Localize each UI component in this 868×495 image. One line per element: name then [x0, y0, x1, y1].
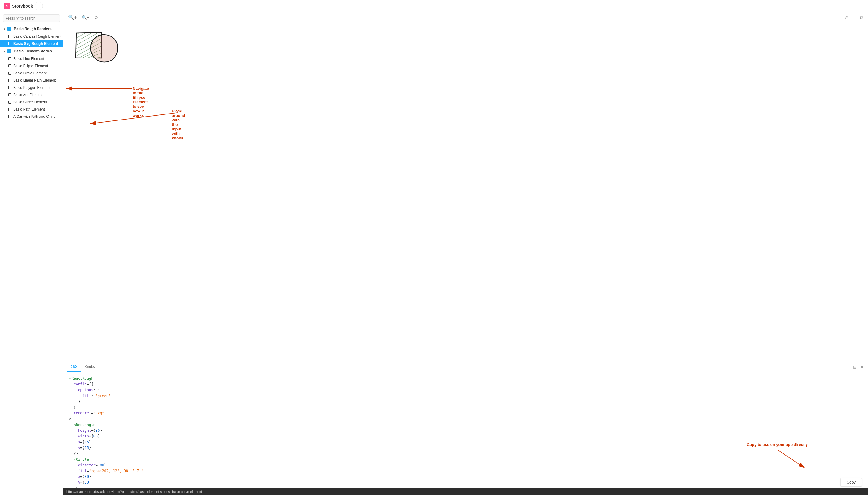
sidebar-item-basic-line-element[interactable]: Basic Line Element [0, 55, 63, 62]
story-icon [9, 93, 12, 96]
fullscreen-button[interactable]: ⤢ [843, 14, 849, 21]
storybook-logo-icon: S [4, 3, 10, 9]
tab-knobs[interactable]: Knobs [81, 362, 99, 372]
zoom-out-button[interactable]: 🔍− [80, 15, 91, 20]
sidebar-group-header-basic-element-stories[interactable]: ▼ Basic Element Stories [0, 47, 63, 55]
group-label: Basic Rough Renders [14, 27, 51, 31]
story-icon [9, 79, 12, 82]
new-window-button[interactable]: ⧉ [859, 14, 864, 21]
close-code-panel-button[interactable]: ✕ [859, 364, 864, 370]
zoom-in-button[interactable]: 🔍+ [67, 14, 78, 21]
group-label: Basic Element Stories [14, 49, 52, 53]
tab-jsx[interactable]: JSX [67, 362, 81, 372]
story-icon [9, 101, 12, 104]
preview-area: Navigate to the Ellipse Element to see h… [63, 23, 868, 362]
top-bar: S Storybook ··· [0, 0, 868, 12]
main-layout: ▼ Basic Rough Renders Basic Canvas Rough… [0, 12, 868, 495]
preview-toolbar: 🔍+ 🔍− ⊙ ⤢ ↑ ⧉ [63, 12, 868, 23]
search-bar [0, 12, 63, 25]
sidebar-item-basic-canvas-rough-element[interactable]: Basic Canvas Rough Element [0, 33, 63, 40]
share-button[interactable]: ↑ [852, 14, 856, 21]
sidebar-item-basic-linear-path-element[interactable]: Basic Linear Path Element [0, 77, 63, 84]
story-icon [9, 35, 12, 38]
copy-button[interactable]: Copy [840, 478, 862, 487]
sidebar-group-header-basic-rough-renders[interactable]: ▼ Basic Rough Renders [0, 25, 63, 33]
story-icon [9, 72, 12, 75]
group-icon [7, 49, 12, 53]
story-icon [9, 42, 12, 45]
search-input[interactable] [3, 15, 60, 22]
sidebar-item-basic-arc-element[interactable]: Basic Arc Element [0, 91, 63, 99]
content-area: 🔍+ 🔍− ⊙ ⤢ ↑ ⧉ [63, 12, 868, 495]
story-icon [9, 57, 12, 60]
code-panel: JSX Knobs ⊟ ✕ <ReactRough config={{ opti… [63, 362, 868, 489]
code-content: <ReactRough config={{ options: { fill: '… [63, 372, 868, 489]
chevron-icon: ▼ [3, 28, 6, 31]
story-icon [9, 65, 12, 67]
sidebar-item-basic-polygon-element[interactable]: Basic Polygon Element [0, 84, 63, 91]
chevron-icon: ▼ [3, 50, 6, 53]
zoom-reset-button[interactable]: ⊙ [93, 15, 99, 20]
story-icon [9, 115, 12, 118]
sidebar-item-basic-circle-element[interactable]: Basic Circle Element [0, 70, 63, 77]
app-name: Storybook [12, 4, 33, 8]
group-icon [7, 27, 12, 31]
story-icon [9, 86, 12, 89]
toolbar-right: ⤢ ↑ ⧉ [843, 14, 865, 21]
code-tabs: JSX Knobs ⊟ ✕ [63, 362, 868, 372]
status-bar-url: https://react-rough.dev.adegbuyi.me/?pat… [66, 490, 202, 494]
annotations-overlay [63, 23, 868, 362]
rough-drawing [72, 29, 120, 72]
sidebar: ▼ Basic Rough Renders Basic Canvas Rough… [0, 12, 63, 495]
sidebar-item-basic-ellipse-element[interactable]: Basic Ellipse Element [0, 62, 63, 70]
sidebar-group-basic-element-stories: ▼ Basic Element Stories Basic Line Eleme… [0, 47, 63, 120]
code-tab-actions: ⊟ ✕ [852, 364, 864, 370]
sidebar-item-basic-curve-element[interactable]: Basic Curve Element [0, 99, 63, 106]
sidebar-content: ▼ Basic Rough Renders Basic Canvas Rough… [0, 25, 63, 495]
story-icon [9, 108, 12, 111]
sidebar-item-basic-path-element[interactable]: Basic Path Element [0, 106, 63, 113]
sidebar-item-a-car-with-path-and-circle[interactable]: A Car with Path and Circle [0, 113, 63, 120]
side-by-side-button[interactable]: ⊟ [852, 364, 857, 370]
sidebar-item-basic-svg-rough-element[interactable]: Basic Svg Rough Element [0, 40, 63, 47]
menu-button[interactable]: ··· [35, 2, 43, 10]
logo-area: S Storybook ··· [4, 2, 47, 10]
sidebar-group-basic-rough-renders: ▼ Basic Rough Renders Basic Canvas Rough… [0, 25, 63, 47]
status-bar: https://react-rough.dev.adegbuyi.me/?pat… [63, 489, 868, 495]
